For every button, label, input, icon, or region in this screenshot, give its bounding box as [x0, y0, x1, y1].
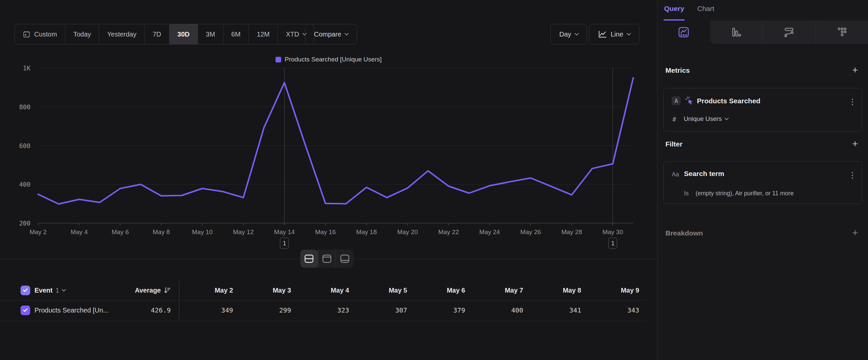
event-click-icon	[684, 95, 695, 106]
filter-card[interactable]: Aa Search term Is (empty string), Air pu…	[663, 161, 862, 204]
svg-text:May 28: May 28	[561, 228, 582, 236]
table-header-row: Event 1 Average May 2May 3May 4May 5May …	[0, 281, 657, 300]
table-cell: 349	[179, 306, 237, 314]
metric-card[interactable]: A Products Searched # Unique Users	[663, 88, 862, 132]
table-col-header[interactable]: May 9	[585, 286, 643, 294]
row-average-value: 426.9	[110, 306, 171, 314]
split-view-button[interactable]	[300, 250, 318, 268]
svg-text:May 14: May 14	[274, 228, 295, 236]
add-metric-button[interactable]: +	[850, 65, 860, 75]
svg-text:May 24: May 24	[479, 228, 500, 236]
chevron-down-icon	[62, 287, 66, 292]
filter-property-name[interactable]: Search term	[684, 170, 724, 178]
table-cell: 299	[237, 306, 295, 314]
svg-text:400: 400	[19, 181, 31, 188]
breakdown-heading: Breakdown	[665, 229, 703, 237]
view-toggle-group	[300, 250, 353, 268]
table-row[interactable]: Products Searched [Un... 426.9 349299323…	[0, 301, 657, 320]
svg-text:May 4: May 4	[71, 228, 88, 236]
svg-text:May 20: May 20	[397, 228, 418, 236]
svg-text:1: 1	[282, 240, 286, 247]
retention-tab[interactable]	[763, 21, 816, 44]
add-filter-button[interactable]: +	[850, 139, 860, 149]
filter-value[interactable]: (empty string), Air purifier, or 11 more	[695, 190, 794, 197]
table-cell: 341	[527, 306, 585, 314]
chart-view-button[interactable]	[318, 250, 336, 268]
add-breakdown-button[interactable]: +	[850, 228, 860, 238]
insights-icon	[677, 26, 690, 38]
svg-text:May 16: May 16	[315, 228, 336, 236]
metric-letter-badge: A	[672, 96, 681, 105]
table-date-values: 349299323307379400341343	[179, 301, 643, 320]
svg-text:May 2: May 2	[30, 228, 47, 236]
aggregation-prefix: #	[672, 116, 676, 123]
table-cell: 379	[411, 306, 469, 314]
metrics-heading: Metrics	[665, 66, 690, 74]
flows-tab[interactable]	[816, 21, 868, 44]
table-cell: 323	[295, 306, 353, 314]
table-col-header[interactable]: May 6	[411, 286, 469, 294]
table-col-header[interactable]: May 4	[295, 286, 353, 294]
chevron-down-icon	[724, 116, 729, 120]
flows-icon	[836, 26, 848, 38]
svg-text:May 10: May 10	[192, 228, 213, 236]
table-col-header[interactable]: May 5	[353, 286, 411, 294]
divider	[0, 321, 647, 321]
svg-text:200: 200	[19, 220, 31, 227]
annotation-badge[interactable]: 1	[280, 238, 289, 248]
funnels-tab[interactable]	[710, 21, 763, 44]
table-view-icon	[340, 254, 350, 264]
query-panel: Query Chart	[657, 0, 868, 360]
sort-icon	[163, 286, 171, 294]
svg-text:May 30: May 30	[602, 228, 623, 236]
check-icon	[23, 308, 28, 312]
report-pane: Custom Today Yesterday 7D 30D 3M 6M 12M …	[0, 0, 657, 360]
table-col-header[interactable]: May 3	[237, 286, 295, 294]
panel-tabs: Query Chart	[657, 0, 868, 21]
svg-text:1: 1	[611, 240, 615, 247]
metric-menu-button[interactable]	[849, 97, 856, 107]
table-cell: 307	[353, 306, 411, 314]
table-col-header[interactable]: May 2	[179, 286, 237, 294]
metric-event-name[interactable]: Products Searched	[697, 97, 760, 105]
retention-icon	[783, 26, 796, 38]
filter-menu-button[interactable]	[849, 170, 856, 180]
svg-text:May 26: May 26	[520, 228, 541, 236]
average-column-header[interactable]: Average	[110, 286, 171, 294]
filter-heading: Filter	[665, 140, 682, 148]
check-icon	[23, 288, 28, 292]
table-date-headers: May 2May 3May 4May 5May 6May 7May 8May 9	[179, 281, 643, 300]
svg-text:600: 600	[19, 142, 31, 149]
row-series-name: Products Searched [Un...	[34, 307, 108, 314]
text-property-icon: Aa	[672, 171, 679, 178]
svg-text:1K: 1K	[23, 64, 31, 72]
svg-text:May 12: May 12	[233, 228, 254, 236]
svg-text:May 6: May 6	[112, 228, 129, 236]
tab-chart[interactable]: Chart	[697, 5, 714, 12]
annotation-badge[interactable]: 1	[609, 238, 617, 248]
tab-query[interactable]: Query	[664, 5, 684, 12]
column-divider	[179, 281, 179, 321]
funnels-icon	[731, 26, 742, 38]
table-cell: 343	[585, 306, 643, 314]
report-type-tabs	[657, 21, 868, 44]
svg-text:May 8: May 8	[153, 228, 170, 236]
event-column-header[interactable]: Event 1	[34, 286, 65, 294]
line-chart[interactable]: 2004006008001KMay 2May 4May 6May 8May 10…	[0, 0, 657, 257]
table-cell: 400	[469, 306, 527, 314]
chart-view-icon	[322, 254, 332, 264]
svg-text:May 22: May 22	[438, 228, 459, 236]
table-col-header[interactable]: May 7	[469, 286, 527, 294]
svg-text:May 18: May 18	[356, 228, 377, 236]
row-checkbox[interactable]	[21, 306, 30, 315]
filter-operator[interactable]: Is	[684, 190, 689, 197]
table-view-button[interactable]	[336, 250, 353, 268]
aggregation-selector[interactable]: Unique Users	[684, 115, 728, 122]
table-col-header[interactable]: May 8	[527, 286, 585, 294]
insights-tab[interactable]	[657, 21, 710, 44]
svg-text:800: 800	[19, 103, 31, 111]
select-all-checkbox[interactable]	[21, 286, 30, 295]
split-view-icon	[304, 254, 314, 264]
